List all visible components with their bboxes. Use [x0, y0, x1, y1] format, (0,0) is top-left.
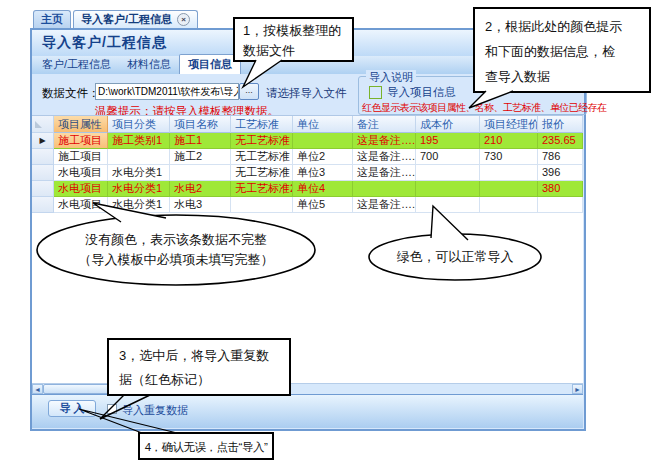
cell[interactable]: 786 — [538, 149, 583, 165]
cell[interactable] — [170, 165, 231, 181]
cell[interactable] — [231, 197, 293, 213]
column-header-2[interactable]: 项目名称 — [170, 116, 231, 133]
row-selector[interactable] — [32, 181, 54, 197]
cell[interactable] — [480, 181, 538, 197]
cell[interactable]: 无工艺标准 — [231, 133, 293, 149]
scroll-right-icon[interactable]: ► — [572, 384, 583, 394]
document-tabbar: 主页 导入客户/工程信息 × — [33, 10, 198, 28]
grid-header: 项目属性项目分类项目名称工艺标准单位备注成本价项目经理价报价 — [32, 116, 583, 133]
cell[interactable]: 施工1 — [170, 133, 231, 149]
column-header-8[interactable]: 报价 — [538, 116, 583, 133]
tab-customer-project-info[interactable]: 客户/工程信息 — [34, 55, 119, 74]
cell[interactable]: 水电项目 — [54, 181, 108, 197]
cell[interactable]: 这是备注…...2 — [353, 149, 416, 165]
close-tab-icon[interactable]: × — [177, 13, 190, 26]
red-duplicate-note: 红色显示表示该项目属性、名称、工艺标准、单位已经存在 — [362, 101, 606, 115]
cell[interactable] — [416, 197, 480, 213]
callout-step1-line1: 1，按模板整理的 — [243, 21, 344, 41]
cell[interactable] — [416, 165, 480, 181]
cell[interactable]: 水电项目 — [54, 197, 108, 213]
row-selector[interactable] — [32, 149, 54, 165]
callout-step3: 3，选中后，将导入重复数 据（红色标记） — [107, 338, 291, 396]
cell[interactable]: 单位3 — [293, 165, 353, 181]
callout-step2-line3: 查导入数据 — [485, 64, 639, 89]
table-row: ▶施工项目施工类别1施工1无工艺标准这是备注…...1195210235.65 — [32, 133, 583, 149]
data-file-label: 数据文件： — [42, 86, 100, 101]
cell[interactable]: 无工艺标准 — [231, 165, 293, 181]
cell[interactable]: 单位5 — [293, 197, 353, 213]
tab-project-info[interactable]: 项目信息 — [179, 54, 241, 74]
table-row: 水电项目水电分类1水电2无工艺标准2单位4380 — [32, 181, 583, 197]
column-header-5[interactable]: 备注 — [353, 116, 416, 133]
cell[interactable]: 施工2 — [170, 149, 231, 165]
green-legend-swatch — [369, 86, 382, 99]
cell[interactable]: 无工艺标准2 — [231, 181, 293, 197]
callout-step3-line2: 据（红色标记） — [119, 368, 279, 392]
row-selector[interactable]: ▶ — [32, 133, 54, 149]
import-project-info-label: 导入项目信息 — [387, 85, 456, 100]
cell[interactable] — [416, 181, 480, 197]
cell[interactable]: 水电分类1 — [108, 181, 170, 197]
column-header-1[interactable]: 项目分类 — [108, 116, 170, 133]
oval-callout-green-text: 绿色，可以正常导入 — [375, 249, 535, 265]
column-header-7[interactable]: 项目经理价 — [480, 116, 538, 133]
select-all-corner[interactable] — [32, 116, 54, 133]
cell[interactable]: 施工项目 — [54, 149, 108, 165]
tab-material-info[interactable]: 材料信息 — [119, 55, 179, 74]
oval2-line1: 绿色，可以正常导入 — [375, 249, 535, 265]
cell[interactable]: 无工艺标准 — [231, 149, 293, 165]
table-row: 水电项目水电分类1水电3单位5这是备注…...5 — [32, 197, 583, 213]
column-header-6[interactable]: 成本价 — [416, 116, 480, 133]
cell[interactable]: 水电分类1 — [108, 165, 170, 181]
cell[interactable] — [480, 197, 538, 213]
choose-import-file-hint: 请选择导入文件 — [266, 86, 347, 101]
column-header-0[interactable]: 项目属性 — [54, 116, 108, 133]
callout-step2-line2: 和下面的数据信息，检 — [485, 39, 639, 64]
cell[interactable] — [108, 149, 170, 165]
column-header-3[interactable]: 工艺标准 — [231, 116, 293, 133]
column-header-4[interactable]: 单位 — [293, 116, 353, 133]
cell[interactable]: 单位2 — [293, 149, 353, 165]
callout-step1: 1，按模板整理的 数据文件 — [233, 17, 354, 62]
oval1-line2: （导入模板中必填项未填写完整） — [40, 250, 312, 270]
cell[interactable]: 210 — [480, 133, 538, 149]
cell[interactable]: 396 — [538, 165, 583, 181]
callout-step2: 2，根据此处的颜色提示 和下面的数据信息，检 查导入数据 — [473, 7, 651, 93]
import-duplicates-label: 导入重复数据 — [122, 403, 188, 418]
screen: 主页 导入客户/工程信息 × 导入客户/工程信息 客户/工程信息 材料信息 项目… — [0, 0, 659, 470]
browse-file-button[interactable]: ... — [239, 83, 259, 100]
cell[interactable]: 水电3 — [170, 197, 231, 213]
cell[interactable]: 195 — [416, 133, 480, 149]
table-row: 水电项目水电分类1无工艺标准单位3这是备注…...3396 — [32, 165, 583, 181]
cell[interactable]: 380 — [538, 181, 583, 197]
cell[interactable] — [353, 181, 416, 197]
cell[interactable]: 这是备注…...1 — [353, 133, 416, 149]
import-legend-title: 导入说明 — [366, 70, 416, 85]
cell[interactable]: 单位4 — [293, 181, 353, 197]
cell[interactable]: 水电项目 — [54, 165, 108, 181]
row-selector[interactable] — [32, 165, 54, 181]
callout-step4-line1: 4，确认无误，点击“导入” — [142, 434, 270, 460]
cell[interactable] — [538, 197, 583, 213]
cell[interactable]: 水电分类1 — [108, 197, 170, 213]
cell[interactable]: 235.65 — [538, 133, 583, 149]
scroll-left-icon[interactable]: ◄ — [32, 384, 43, 394]
import-duplicates-checkbox[interactable] — [107, 404, 117, 414]
row-selector[interactable] — [32, 197, 54, 213]
cell[interactable]: 730 — [480, 149, 538, 165]
cell[interactable]: 施工项目 — [54, 133, 108, 149]
cell[interactable]: 这是备注…...5 — [353, 197, 416, 213]
cell[interactable]: 水电2 — [170, 181, 231, 197]
tab-home[interactable]: 主页 — [33, 10, 71, 28]
callout-step1-line2: 数据文件 — [243, 41, 344, 61]
callout-step2-line1: 2，根据此处的颜色提示 — [485, 14, 639, 39]
import-button[interactable]: 导 入 — [48, 400, 96, 417]
tab-import-customer-project[interactable]: 导入客户/工程信息 × — [73, 10, 198, 28]
cell[interactable]: 700 — [416, 149, 480, 165]
cell[interactable]: 这是备注…...3 — [353, 165, 416, 181]
data-file-path-input[interactable]: D:\work\TDM2011\软件发布\导入数据模板\项 — [95, 83, 239, 100]
cell[interactable] — [480, 165, 538, 181]
cell[interactable]: 施工类别1 — [108, 133, 170, 149]
callout-step3-line1: 3，选中后，将导入重复数 — [119, 344, 279, 368]
cell[interactable] — [293, 133, 353, 149]
